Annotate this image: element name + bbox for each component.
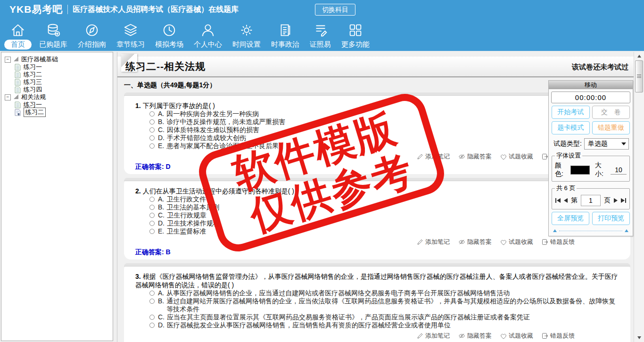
add-note-link[interactable]: 添加笔记 — [417, 152, 450, 161]
radio-option[interactable] — [149, 221, 155, 226]
tree-item-practice-3[interactable]: 练习三 — [14, 78, 112, 86]
first-page-button[interactable] — [555, 198, 561, 203]
option-key: A. — [158, 289, 164, 297]
toolbar-item-cert[interactable]: 证照易 — [307, 19, 334, 50]
exam-app-window: { "colors":{ "header_blue":"#3f9bd5", "p… — [0, 0, 644, 342]
scrollbar-thumb[interactable] — [635, 60, 643, 92]
prev-page-button[interactable] — [564, 198, 568, 203]
fullscreen-preview-button[interactable]: 全屏预览 — [552, 212, 589, 225]
toolbar-item-guide[interactable]: 介绍指南 — [75, 19, 109, 50]
add-note-label: 添加笔记 — [425, 152, 450, 161]
page-number-input[interactable] — [581, 195, 601, 206]
radio-option[interactable] — [149, 323, 155, 328]
radio-option[interactable] — [149, 229, 155, 234]
pagination-fieldset: 共 6 页 第 页 — [552, 184, 630, 209]
hide-answer-link[interactable]: 隐藏答案 — [458, 152, 492, 161]
question-type-row: 试题类型: 单选题 — [553, 138, 629, 150]
option-text: 卫生行政文件 — [166, 195, 206, 203]
font-color-swatch[interactable] — [570, 166, 590, 175]
radio-option[interactable] — [149, 111, 155, 117]
question-stem: 根据《医疗器械网络销售监督管理办法》，从事医疗器械网络销售的企业，是指通过网络销… — [135, 273, 618, 289]
tree-collapse-icon[interactable]: − — [5, 94, 11, 100]
collapse-up-icon — [553, 229, 557, 232]
favorite-question-label: 试题收藏 — [509, 152, 533, 161]
collapse-up-icon — [625, 229, 628, 232]
radio-option[interactable] — [149, 213, 155, 218]
option-text: 因体质特殊发生难以预料的损害 — [167, 126, 259, 134]
question-number: 3. — [135, 273, 141, 280]
tree-item-practice-2[interactable]: 练习二 — [14, 71, 112, 78]
report-error-label: 错题反馈 — [550, 332, 575, 340]
radio-option[interactable] — [149, 205, 155, 210]
option-text: 手术开错部位造成较大创伤 — [167, 134, 246, 142]
exam-status-text: 该试卷还未考试过 — [572, 63, 628, 72]
main-toolbar: 首页 已购题库 介绍指南 章节练习 模拟考场 个人中心 时间设置 时事政治 证照… — [0, 19, 644, 51]
add-note-label: 添加笔记 — [425, 332, 450, 340]
last-page-button[interactable] — [621, 198, 626, 203]
answer-card-mode-button[interactable]: 题卡模式 — [552, 121, 590, 134]
radio-option[interactable] — [149, 135, 155, 141]
tree-item-reg-practice-2-selected[interactable]: 练习二 — [14, 108, 112, 116]
next-page-button[interactable] — [614, 198, 618, 203]
option-text: 卫生监督标准 — [166, 227, 206, 235]
report-error-link[interactable]: 错题反馈 — [542, 238, 575, 246]
option-key: B. — [158, 297, 164, 305]
favorite-question-link[interactable]: 试题收藏 — [500, 332, 533, 340]
pencil-icon — [417, 239, 423, 245]
tree-item-practice-4[interactable]: 练习四 — [14, 86, 112, 93]
tree-collapse-icon[interactable]: − — [5, 57, 11, 63]
tree-group-device-basics[interactable]: − 医疗器械基础 — [2, 56, 112, 63]
radio-option[interactable] — [149, 119, 155, 125]
feedback-icon — [542, 239, 548, 245]
option-row: A.从事医疗器械网络销售的企业，应当通过自建网站或者医疗器械网络交易服务电子商务… — [149, 289, 622, 297]
panel-collapse-control[interactable] — [553, 228, 628, 234]
total-pages-legend: 共 6 页 — [555, 184, 577, 192]
layers-icon — [122, 22, 139, 38]
home-icon — [9, 22, 26, 38]
font-size-input[interactable] — [611, 166, 627, 175]
toolbar-item-home[interactable]: 首页 — [4, 19, 32, 50]
toolbar-item-chapters[interactable]: 章节练习 — [114, 19, 148, 50]
toolbar-item-library[interactable]: 已购题库 — [36, 19, 70, 50]
favorite-question-link[interactable]: 试题收藏 — [500, 152, 533, 161]
report-error-link[interactable]: 错题反馈 — [542, 332, 575, 340]
vertical-scrollbar[interactable] — [634, 52, 644, 342]
redo-wrong-questions-button[interactable]: 错题重做 — [592, 121, 630, 134]
tree-group-regulations[interactable]: − 相关法规 — [2, 93, 112, 101]
radio-option[interactable] — [149, 315, 155, 320]
option-text: 卫生行政规章 — [167, 211, 206, 219]
pagination-row: 第 页 — [555, 195, 627, 206]
radio-option[interactable] — [149, 127, 155, 133]
person-icon — [199, 22, 216, 38]
scroll-up-button[interactable] — [636, 53, 643, 59]
toolbar-item-profile[interactable]: 个人中心 — [191, 19, 225, 50]
favorite-question-link[interactable]: 试题收藏 — [500, 238, 533, 246]
radio-option[interactable] — [149, 299, 155, 304]
hide-answer-link[interactable]: 隐藏答案 — [458, 238, 492, 246]
submit-paper-button[interactable]: 交 卷 — [592, 106, 630, 119]
radio-option[interactable] — [149, 291, 155, 296]
switch-subject-button[interactable]: 切换科目 — [315, 4, 355, 16]
print-preview-button[interactable]: 打印预览 — [592, 212, 630, 225]
question-number: 2. — [135, 187, 141, 195]
tree-item-practice-1[interactable]: 练习一 — [14, 63, 112, 71]
question-type-value: 单选题 — [588, 140, 608, 148]
toolbar-item-mock-exam[interactable]: 模拟考场 — [152, 19, 186, 50]
question-type-select[interactable]: 单选题 — [584, 138, 629, 150]
scroll-down-button[interactable] — [636, 334, 643, 341]
start-exam-button[interactable]: 开始考试 — [552, 106, 590, 119]
add-note-link[interactable]: 添加笔记 — [417, 332, 450, 340]
feedback-icon — [542, 153, 548, 160]
toolbar-item-news[interactable]: 时事政治 — [268, 19, 302, 50]
radio-option[interactable] — [149, 197, 155, 202]
toolbar-item-more[interactable]: 更多功能 — [339, 19, 372, 50]
toolbar-item-time-settings[interactable]: 时间设置 — [230, 19, 264, 50]
hide-answer-link[interactable]: 隐藏答案 — [458, 332, 492, 340]
option-key: A. — [158, 110, 164, 118]
add-note-link[interactable]: 添加笔记 — [417, 238, 450, 246]
panel-drag-handle[interactable]: 移动 — [549, 81, 633, 89]
page-prefix-label: 第 — [571, 196, 578, 205]
radio-option[interactable] — [149, 143, 155, 149]
correct-answer-text: 正确答案: B — [135, 248, 622, 257]
eye-off-icon — [458, 333, 465, 339]
